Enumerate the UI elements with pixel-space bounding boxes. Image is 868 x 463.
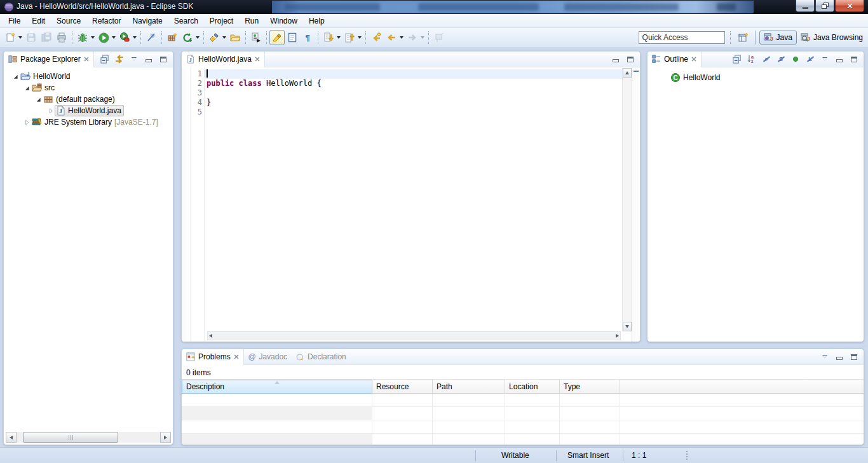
scroll-left-button[interactable] [6,432,17,443]
menu-item-refactor[interactable]: Refactor [86,15,126,27]
forward-dropdown[interactable] [421,36,424,39]
menu-item-file[interactable]: File [3,15,26,27]
open-perspective-button[interactable] [736,30,751,45]
code-text-area[interactable]: public class HelloWorld { } [205,68,622,342]
close-tab-icon[interactable] [84,57,89,62]
next-annotation-button[interactable] [321,30,336,45]
tree-item-jre-library[interactable]: JRE System Library [JavaSE-1.7] [4,116,173,128]
annotation-ruler[interactable] [182,68,191,342]
scroll-down-button[interactable] [623,322,632,331]
close-tab-icon[interactable] [691,57,696,62]
hide-static-members-button[interactable]: S [776,54,786,64]
package-explorer-tab[interactable]: Package Explorer [4,52,94,67]
new-java-class-button[interactable] [180,30,195,45]
expand-arrow-icon[interactable] [48,107,54,114]
back-button[interactable] [384,30,399,45]
forward-button[interactable] [405,30,420,45]
search-dropdown[interactable] [222,36,226,39]
show-selected-element-only-button[interactable] [285,30,300,45]
new-java-package-button[interactable] [165,30,180,45]
collapse-arrow-icon[interactable] [35,96,41,102]
view-menu-button[interactable] [129,54,139,64]
column-header-resource[interactable]: Resource [372,380,433,394]
selected-tree-item[interactable]: J HelloWorld.java [55,105,124,116]
menu-item-source[interactable]: Source [51,15,86,27]
editor-tab-helloworld[interactable]: J HelloWorld.java [182,52,265,67]
maximize-view-button[interactable] [625,54,635,64]
maximize-view-button[interactable] [158,54,168,64]
editor-hscrollbar[interactable] [207,331,621,340]
hide-local-types-button[interactable]: L [805,54,815,64]
link-with-editor-button[interactable] [114,54,125,64]
outline-tab[interactable]: Outline [648,52,702,67]
scroll-right-button[interactable] [616,334,619,338]
tree-item-helloworld-java[interactable]: J HelloWorld.java [4,105,173,116]
new-java-class-dropdown[interactable] [196,36,200,39]
run-button[interactable] [96,30,111,45]
expand-arrow-icon[interactable] [24,119,30,125]
column-header-description[interactable]: Description [182,380,372,394]
save-all-button[interactable] [39,30,54,45]
sort-button[interactable]: a z [747,54,757,64]
minimize-window-button[interactable] [796,0,815,12]
scrollbar-thumb[interactable] [23,432,118,443]
menu-item-navigate[interactable]: Navigate [126,15,168,27]
column-header-type[interactable]: Type [560,380,620,394]
overview-ruler[interactable] [632,68,640,342]
print-button[interactable] [54,30,69,45]
outline-item-helloworld[interactable]: C HelloWorld [648,72,864,83]
scroll-left-button[interactable] [209,334,212,338]
menu-item-project[interactable]: Project [204,15,239,27]
search-button[interactable] [207,30,222,45]
statusbar-grip[interactable] [686,451,689,460]
view-menu-button[interactable] [820,54,830,64]
package-explorer-hscrollbar[interactable] [6,432,171,443]
close-tab-icon[interactable] [255,57,260,62]
run-external-tools-button[interactable] [117,30,132,45]
debug-button[interactable] [75,30,90,45]
quick-access-input[interactable] [639,31,725,44]
minimize-view-button[interactable] [834,54,844,64]
maximize-view-button[interactable] [849,54,859,64]
collapse-all-button[interactable] [732,54,742,64]
view-menu-button[interactable] [820,352,830,362]
collapse-all-button[interactable] [100,54,110,64]
editor-vscrollbar[interactable] [622,68,632,331]
save-button[interactable] [24,30,39,45]
collapse-arrow-icon[interactable] [12,73,18,79]
close-window-button[interactable] [835,0,864,12]
column-header-path[interactable]: Path [433,380,505,394]
javadoc-tab[interactable]: @ Javadoc [244,349,292,365]
hide-non-public-button[interactable] [790,54,801,64]
run-dropdown[interactable] [112,36,116,39]
code-editor[interactable]: 1 2 3 4 5 public class HelloWorld { } [182,68,640,342]
column-header-location[interactable]: Location [505,380,560,394]
tree-item-src[interactable]: src [4,82,173,93]
problems-tab[interactable]: Problems [182,349,244,365]
declaration-tab[interactable]: Declaration [292,349,351,365]
previous-annotation-button[interactable] [342,30,357,45]
back-dropdown[interactable] [400,36,403,39]
scroll-up-button[interactable] [623,68,632,78]
previous-annotation-dropdown[interactable] [358,36,362,39]
menu-item-search[interactable]: Search [168,15,204,27]
skip-all-breakpoints-button[interactable] [144,30,159,45]
open-resource-button[interactable] [227,30,243,45]
menu-item-window[interactable]: Window [264,15,303,27]
tree-item-project[interactable]: J HelloWorld [4,71,173,82]
minimize-view-button[interactable] [611,54,621,64]
close-tab-icon[interactable] [234,354,239,359]
menu-item-help[interactable]: Help [303,15,330,27]
restore-window-button[interactable] [815,0,834,12]
show-whitespace-button[interactable]: ¶ [300,30,315,45]
open-plugin-artifact-button[interactable] [248,30,264,45]
new-wizard-dropdown[interactable] [18,36,22,39]
menu-item-edit[interactable]: Edit [26,15,51,27]
menu-item-run[interactable]: Run [239,15,264,27]
maximize-view-button[interactable] [849,352,859,362]
mark-occurrences-button[interactable] [269,30,285,45]
run-external-tools-dropdown[interactable] [133,36,137,39]
hide-fields-button[interactable]: ● [761,54,771,64]
minimize-view-button[interactable] [834,352,844,362]
debug-dropdown[interactable] [91,36,95,39]
